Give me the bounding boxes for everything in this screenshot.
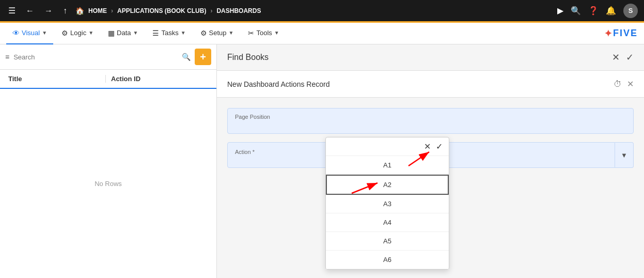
hamburger-icon[interactable]: ☰ bbox=[6, 4, 18, 18]
visual-icon: 👁 bbox=[12, 29, 20, 37]
filter-icon[interactable]: ≡ bbox=[5, 53, 9, 61]
up-icon[interactable]: ↑ bbox=[61, 4, 69, 18]
search-icon[interactable]: 🔍 bbox=[571, 6, 581, 16]
dropdown-item-a1[interactable]: A1 bbox=[326, 156, 449, 175]
dropdown-item-a2[interactable]: A2 bbox=[326, 175, 449, 195]
tab-data-label: Data bbox=[117, 29, 131, 37]
breadcrumb-sep-1: › bbox=[111, 7, 113, 14]
avatar[interactable]: S bbox=[623, 4, 638, 18]
tab-visual[interactable]: 👁 Visual ▼ bbox=[6, 23, 53, 44]
forward-icon[interactable]: → bbox=[42, 4, 55, 18]
tools-dropdown-arrow: ▼ bbox=[274, 30, 279, 36]
find-books-header-actions: ✕ ✓ bbox=[612, 52, 634, 63]
setup-dropdown-arrow: ▼ bbox=[229, 30, 234, 36]
page-position-label: Page Position bbox=[235, 114, 626, 120]
right-panel: Find Books ✕ ✓ New Dashboard Actions Rec… bbox=[217, 44, 644, 278]
confirm-find-books-icon[interactable]: ✓ bbox=[626, 52, 634, 63]
data-icon: ▦ bbox=[108, 29, 115, 37]
find-books-title: Find Books bbox=[227, 53, 269, 62]
five-logo: ✦ FIVE bbox=[604, 28, 638, 39]
chevron-down-icon: ▼ bbox=[621, 151, 627, 159]
breadcrumb-dashboards[interactable]: DASHBOARDS bbox=[216, 7, 261, 14]
close-record-icon[interactable]: ✕ bbox=[627, 79, 634, 89]
tab-setup[interactable]: ⚙ Setup ▼ bbox=[194, 23, 240, 44]
second-nav: 👁 Visual ▼ ⚙ Logic ▼ ▦ Data ▼ ☰ Tasks ▼ … bbox=[0, 23, 644, 44]
data-dropdown-arrow: ▼ bbox=[133, 30, 138, 36]
logo-text: FIVE bbox=[613, 28, 638, 39]
breadcrumb: 🏠 HOME › APPLICATIONS (BOOK CLUB) › DASH… bbox=[75, 7, 551, 15]
tab-setup-label: Setup bbox=[209, 29, 227, 37]
search-bar: ≡ 🔍 + bbox=[0, 44, 216, 70]
tab-logic-label: Logic bbox=[70, 29, 86, 37]
dropdown-item-a6[interactable]: A6 bbox=[326, 251, 449, 269]
dropdown-item-a4[interactable]: A4 bbox=[326, 213, 449, 232]
col-title-header: Title bbox=[8, 75, 105, 83]
tools-icon: ✂ bbox=[248, 29, 254, 37]
dashboard-record-title: New Dashboard Actions Record bbox=[227, 80, 329, 88]
tasks-icon: ☰ bbox=[152, 29, 159, 37]
breadcrumb-home[interactable]: HOME bbox=[88, 7, 107, 14]
close-find-books-icon[interactable]: ✕ bbox=[612, 52, 620, 63]
page-position-field[interactable]: Page Position bbox=[227, 108, 634, 134]
back-icon[interactable]: ← bbox=[24, 4, 36, 18]
action-label: Action * bbox=[235, 149, 255, 155]
tab-tools-label: Tools bbox=[256, 29, 272, 37]
form-area: Page Position Action * ▼ ✕ ✓ A1 A2 bbox=[217, 98, 644, 178]
action-field-row: Action * ▼ ✕ ✓ A1 A2 A3 A4 A5 A6 bbox=[227, 142, 634, 168]
bell-icon[interactable]: 🔔 bbox=[606, 6, 616, 16]
home-icon[interactable]: 🏠 bbox=[75, 7, 84, 15]
logic-icon: ⚙ bbox=[61, 29, 68, 37]
dropdown-item-a3[interactable]: A3 bbox=[326, 195, 449, 213]
left-panel: ≡ 🔍 + Title Action ID No Rows bbox=[0, 44, 217, 278]
search-icon[interactable]: 🔍 bbox=[182, 53, 191, 61]
dropdown-item-a5[interactable]: A5 bbox=[326, 232, 449, 251]
tab-tasks[interactable]: ☰ Tasks ▼ bbox=[146, 23, 192, 44]
search-input[interactable] bbox=[13, 53, 178, 61]
help-icon[interactable]: ❓ bbox=[588, 6, 599, 16]
add-button[interactable]: + bbox=[195, 49, 211, 65]
main-layout: ≡ 🔍 + Title Action ID No Rows Find Books… bbox=[0, 44, 644, 278]
empty-message: No Rows bbox=[95, 180, 122, 188]
setup-icon: ⚙ bbox=[200, 29, 207, 37]
tab-logic[interactable]: ⚙ Logic ▼ bbox=[55, 23, 100, 44]
dashboard-record-header: New Dashboard Actions Record ⏱ ✕ bbox=[217, 71, 644, 98]
tab-tools[interactable]: ✂ Tools ▼ bbox=[242, 23, 285, 44]
logo-star: ✦ bbox=[604, 28, 612, 39]
history-icon[interactable]: ⏱ bbox=[614, 80, 622, 89]
play-icon[interactable]: ▶ bbox=[557, 6, 563, 16]
record-header-actions: ⏱ ✕ bbox=[614, 79, 634, 89]
find-books-header: Find Books ✕ ✓ bbox=[217, 44, 644, 71]
table-header: Title Action ID bbox=[0, 70, 216, 89]
action-dropdown-button[interactable]: ▼ bbox=[615, 142, 634, 168]
tab-tasks-label: Tasks bbox=[161, 29, 178, 37]
tasks-dropdown-arrow: ▼ bbox=[181, 30, 186, 36]
breadcrumb-sep-2: › bbox=[210, 7, 212, 14]
action-dropdown-popup: ✕ ✓ A1 A2 A3 A4 A5 A6 bbox=[325, 137, 449, 270]
logic-dropdown-arrow: ▼ bbox=[88, 30, 93, 36]
dropdown-popup-header: ✕ ✓ bbox=[326, 137, 449, 156]
table-body: No Rows bbox=[0, 89, 216, 278]
popup-close-icon[interactable]: ✕ bbox=[424, 142, 431, 151]
popup-confirm-icon[interactable]: ✓ bbox=[436, 142, 443, 151]
breadcrumb-app[interactable]: APPLICATIONS (BOOK CLUB) bbox=[117, 7, 206, 14]
col-action-id-header: Action ID bbox=[105, 75, 208, 83]
visual-dropdown-arrow: ▼ bbox=[42, 30, 47, 36]
tab-visual-label: Visual bbox=[22, 29, 40, 37]
tab-data[interactable]: ▦ Data ▼ bbox=[102, 23, 144, 44]
top-nav: ☰ ← → ↑ 🏠 HOME › APPLICATIONS (BOOK CLUB… bbox=[0, 0, 644, 23]
nav-right: ▶ 🔍 ❓ 🔔 S bbox=[557, 4, 638, 18]
